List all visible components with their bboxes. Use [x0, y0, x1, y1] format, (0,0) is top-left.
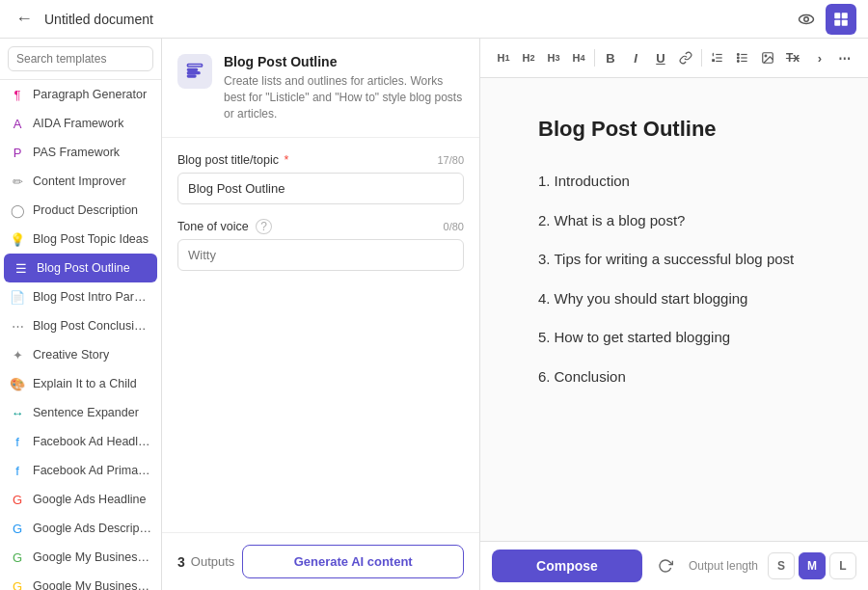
sidebar-item-google-my-biz-w[interactable]: G Google My Business - W... — [0, 543, 161, 572]
length-btn-s[interactable]: S — [768, 552, 795, 579]
sidebar: ¶ Paragraph Generator A AIDA Framework P… — [0, 39, 162, 590]
search-input[interactable] — [8, 46, 153, 71]
toolbar-sep-1 — [594, 49, 595, 67]
sidebar-item-blog-post-intro[interactable]: 📄 Blog Post Intro Paragraph — [0, 282, 161, 311]
template-title: Blog Post Outline — [224, 54, 464, 69]
layout-icon — [832, 11, 850, 28]
back-button[interactable]: ← — [12, 7, 37, 31]
list-text[interactable]: Why you should start blogging — [555, 290, 748, 307]
svg-rect-3 — [842, 13, 848, 18]
list-text[interactable]: Conclusion — [555, 368, 626, 385]
template-icon — [177, 54, 212, 89]
middle-footer: 3 Outputs Generate AI content — [162, 532, 479, 590]
link-icon — [679, 51, 692, 65]
sidebar-item-facebook-primary[interactable]: f Facebook Ad Primary Text — [0, 456, 161, 485]
sidebar-icon-google-ads-headline: G — [10, 492, 25, 507]
sidebar-icon-google-my-biz-e: G — [10, 578, 25, 590]
sidebar-icon-explain-child: 🎨 — [10, 376, 25, 391]
blog-outline-icon — [185, 62, 204, 81]
sidebar-item-paragraph-generator[interactable]: ¶ Paragraph Generator — [0, 80, 161, 109]
italic-button[interactable]: I — [624, 44, 647, 71]
editor-list-item: 5.How to get started blogging — [538, 327, 810, 349]
sidebar-icon-google-my-biz-w: G — [10, 550, 25, 565]
sidebar-item-explain-child[interactable]: 🎨 Explain It to a Child — [0, 369, 161, 398]
bold-button[interactable]: B — [599, 44, 622, 71]
sidebar-item-product-description[interactable]: ◯ Product Description — [0, 196, 161, 225]
svg-rect-7 — [188, 69, 198, 71]
link-button[interactable] — [674, 44, 697, 71]
refresh-icon — [658, 558, 673, 574]
list-text[interactable]: Introduction — [555, 173, 630, 189]
sidebar-label-explain-child: Explain It to a Child — [33, 377, 137, 390]
svg-rect-6 — [188, 65, 203, 67]
toolbar-action-1[interactable]: › — [808, 44, 831, 71]
svg-point-20 — [765, 55, 767, 57]
tone-info-icon[interactable]: ? — [256, 219, 272, 234]
clear-format-button[interactable]: Tx — [781, 44, 804, 71]
svg-point-17 — [737, 57, 739, 59]
sidebar-icon-blog-post-intro: 📄 — [10, 289, 25, 305]
list-num: 4. — [538, 290, 551, 307]
h4-button[interactable]: H4 — [567, 44, 590, 71]
sidebar-item-facebook-headline[interactable]: f Facebook Ad Headline — [0, 427, 161, 456]
svg-rect-5 — [842, 19, 848, 25]
editor-list-item: 2.What is a blog post? — [538, 210, 810, 232]
tone-form-group: Tone of voice ? 0/80 — [177, 220, 464, 271]
bottom-bar: Compose Output length SML — [480, 541, 868, 590]
h3-button[interactable]: H3 — [542, 44, 565, 71]
unordered-list-button[interactable] — [731, 44, 754, 71]
editor-toolbar: H1 H2 H3 H4 B I U Tx › ⋯ — [480, 39, 868, 78]
sidebar-label-content-improver: Content Improver — [33, 174, 126, 188]
list-text[interactable]: How to get started blogging — [555, 329, 731, 345]
length-btn-l[interactable]: L — [829, 552, 856, 579]
sidebar-label-google-ads-desc: Google Ads Description — [33, 522, 151, 535]
sidebar-item-sentence-expander[interactable]: ↔ Sentence Expander — [0, 398, 161, 427]
underline-button[interactable]: U — [649, 44, 672, 71]
sidebar-icon-paragraph-generator: ¶ — [10, 87, 25, 102]
sidebar-icon-aida-framework: A — [10, 116, 25, 131]
sidebar-icon-creative-story: ✦ — [10, 347, 25, 362]
outputs-number: 3 — [177, 554, 185, 570]
main-layout: ¶ Paragraph Generator A AIDA Framework P… — [0, 39, 868, 590]
h1-button[interactable]: H1 — [492, 44, 515, 71]
template-header: Blog Post Outline Create lists and outli… — [162, 39, 479, 138]
list-text[interactable]: Tips for writing a successful blog post — [555, 251, 795, 267]
sidebar-item-creative-story[interactable]: ✦ Creative Story — [0, 340, 161, 369]
document-title: Untitled document — [44, 12, 791, 27]
eye-icon — [798, 11, 815, 28]
editor-title[interactable]: Blog Post Outline — [538, 117, 810, 142]
sidebar-label-google-my-biz-e: Google My Business - Ev... — [33, 579, 151, 590]
refresh-button[interactable] — [650, 550, 681, 581]
sidebar-item-aida-framework[interactable]: A AIDA Framework — [0, 109, 161, 138]
editor-content: Blog Post Outline 1.Introduction2.What i… — [480, 78, 868, 541]
top-bar: ← Untitled document — [0, 0, 868, 39]
top-bar-icons — [791, 4, 856, 35]
length-btn-m[interactable]: M — [799, 552, 826, 579]
sidebar-item-pas-framework[interactable]: P PAS Framework — [0, 138, 161, 167]
ordered-list-button[interactable] — [706, 44, 729, 71]
image-button[interactable] — [756, 44, 779, 71]
sidebar-item-blog-post-conclusion[interactable]: ⋯ Blog Post Conclusion Par... — [0, 311, 161, 340]
ordered-list-icon — [711, 51, 724, 65]
list-text[interactable]: What is a blog post? — [555, 212, 686, 228]
toolbar-action-2[interactable]: ⋯ — [833, 44, 856, 71]
output-length-label: Output length — [689, 559, 758, 573]
sidebar-item-blog-post-topic[interactable]: 💡 Blog Post Topic Ideas — [0, 225, 161, 254]
compose-button[interactable]: Compose — [492, 550, 642, 582]
title-input[interactable] — [177, 173, 464, 204]
toolbar-sep-2 — [701, 49, 702, 67]
h2-button[interactable]: H2 — [517, 44, 540, 71]
preview-button[interactable] — [791, 4, 822, 35]
sidebar-item-google-my-biz-e[interactable]: G Google My Business - Ev... — [0, 572, 161, 590]
sidebar-item-content-improver[interactable]: ✏ Content Improver — [0, 167, 161, 196]
sidebar-item-google-ads-headline[interactable]: G Google Ads Headline — [0, 485, 161, 514]
layout-button[interactable] — [826, 4, 856, 35]
svg-rect-2 — [834, 13, 840, 18]
sidebar-item-blog-post-outline[interactable]: ☰ Blog Post Outline — [4, 254, 157, 282]
title-count: 17/80 — [437, 154, 464, 166]
list-num: 6. — [538, 368, 551, 385]
tone-input[interactable] — [177, 239, 464, 271]
sidebar-label-blog-post-intro: Blog Post Intro Paragraph — [33, 290, 151, 304]
sidebar-item-google-ads-desc[interactable]: G Google Ads Description — [0, 514, 161, 543]
generate-button[interactable]: Generate AI content — [242, 545, 464, 578]
